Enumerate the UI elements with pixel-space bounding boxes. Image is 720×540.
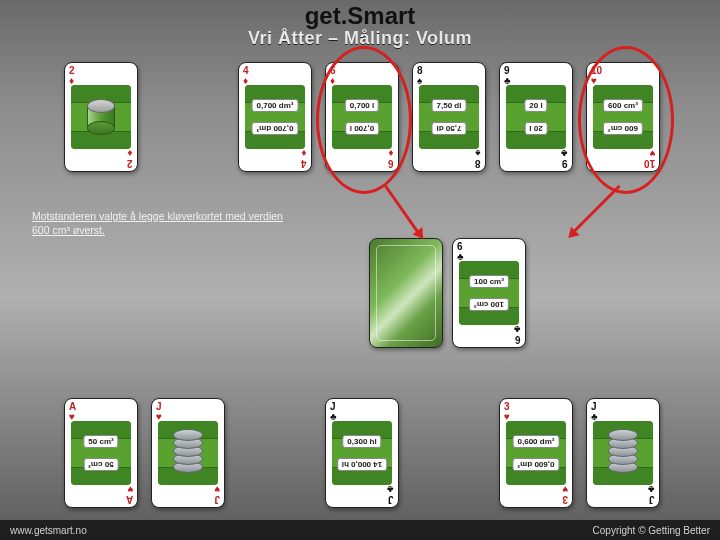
value-top: 100 cm³ bbox=[469, 275, 509, 288]
card-r1-4[interactable]: 8♠ 8♠ 7,50 dl 7,50 dl bbox=[412, 62, 486, 172]
disk-stack-icon bbox=[608, 433, 638, 473]
card-rank: 3♥ bbox=[504, 402, 510, 422]
card-band bbox=[419, 85, 479, 149]
card-rank-bot: 4♦ bbox=[301, 148, 307, 168]
value-bottom: 20 l bbox=[524, 122, 547, 135]
card-back-pattern bbox=[376, 245, 436, 341]
footer-bar: www.getsmart.no Copyright © Getting Bett… bbox=[0, 520, 720, 540]
cylinder-icon bbox=[87, 99, 115, 135]
card-r1-5[interactable]: 9♣ 9♣ 20 l 20 l bbox=[499, 62, 573, 172]
footer-copyright: Copyright © Getting Better bbox=[593, 525, 710, 536]
card-pile-top[interactable]: 6♣ 6♣ 100 cm³ 100 cm³ bbox=[452, 238, 526, 348]
value-top: 20 l bbox=[524, 99, 547, 112]
value-top: 7,50 dl bbox=[432, 99, 467, 112]
card-rank-bot: 8♠ bbox=[475, 148, 481, 168]
card-rank-bot: J♥ bbox=[214, 484, 220, 504]
highlight-ring bbox=[316, 46, 412, 194]
card-r3-4[interactable]: 3♥ 3♥ 0,600 dm³ 0,600 dm³ bbox=[499, 398, 573, 508]
card-rank: 4♦ bbox=[243, 66, 249, 86]
card-r3-5[interactable]: J♣ J♣ bbox=[586, 398, 660, 508]
highlight-ring bbox=[578, 46, 674, 194]
value-bottom: 50 cm³ bbox=[83, 458, 118, 471]
slide-stage: get.Smart Vri Åtter – Måling: Volum 2♦ 2… bbox=[0, 0, 720, 540]
card-back-pile[interactable] bbox=[369, 238, 443, 348]
card-r1-2[interactable]: 4♦ 4♦ 0,700 dm³ 0,700 dm³ bbox=[238, 62, 312, 172]
card-rank-bot: J♣ bbox=[387, 484, 394, 504]
value-bottom: 0,600 dm³ bbox=[513, 458, 560, 471]
card-rank: J♥ bbox=[156, 402, 162, 422]
value-bottom: 0,700 dm³ bbox=[252, 122, 299, 135]
caption-text: Motstanderen valgte å legge kløverkortet… bbox=[32, 210, 292, 237]
value-top: 0,300 hl bbox=[342, 435, 381, 448]
card-rank-bot: J♣ bbox=[648, 484, 655, 504]
card-band bbox=[506, 421, 566, 485]
arrow-icon bbox=[384, 185, 419, 233]
arrow-icon bbox=[573, 185, 620, 232]
value-top: 50 cm³ bbox=[83, 435, 118, 448]
card-rank: 9♣ bbox=[504, 66, 511, 86]
card-r1-1[interactable]: 2♦ 2♦ bbox=[64, 62, 138, 172]
disk-stack-icon bbox=[173, 433, 203, 473]
card-rank: J♣ bbox=[330, 402, 337, 422]
card-rank: A♥ bbox=[69, 402, 76, 422]
value-top: 0,600 dm³ bbox=[513, 435, 560, 448]
footer-url: www.getsmart.no bbox=[10, 525, 87, 536]
card-r3-1[interactable]: A♥ A♥ 50 cm³ 50 cm³ bbox=[64, 398, 138, 508]
value-bottom: 100 cm³ bbox=[469, 298, 509, 311]
card-band bbox=[332, 421, 392, 485]
title-main: get.Smart bbox=[0, 2, 720, 30]
card-band bbox=[459, 261, 519, 325]
card-r3-2[interactable]: J♥ J♥ bbox=[151, 398, 225, 508]
card-rank: 2♦ bbox=[69, 66, 75, 86]
card-r3-3[interactable]: J♣ J♣ 0,300 hl 14 000,0 hl bbox=[325, 398, 399, 508]
card-rank-bot: 9♣ bbox=[561, 148, 568, 168]
value-bottom: 14 000,0 hl bbox=[337, 458, 387, 471]
card-rank-bot: 2♦ bbox=[127, 148, 133, 168]
card-band bbox=[71, 421, 131, 485]
value-bottom: 7,50 dl bbox=[432, 122, 467, 135]
card-band bbox=[506, 85, 566, 149]
card-rank-bot: A♥ bbox=[126, 484, 133, 504]
card-rank: 8♠ bbox=[417, 66, 423, 86]
value-top: 0,700 dm³ bbox=[252, 99, 299, 112]
card-rank: 6♣ bbox=[457, 242, 464, 262]
card-rank-bot: 3♥ bbox=[562, 484, 568, 504]
card-rank-bot: 6♣ bbox=[514, 324, 521, 344]
card-band bbox=[245, 85, 305, 149]
card-rank: J♣ bbox=[591, 402, 598, 422]
